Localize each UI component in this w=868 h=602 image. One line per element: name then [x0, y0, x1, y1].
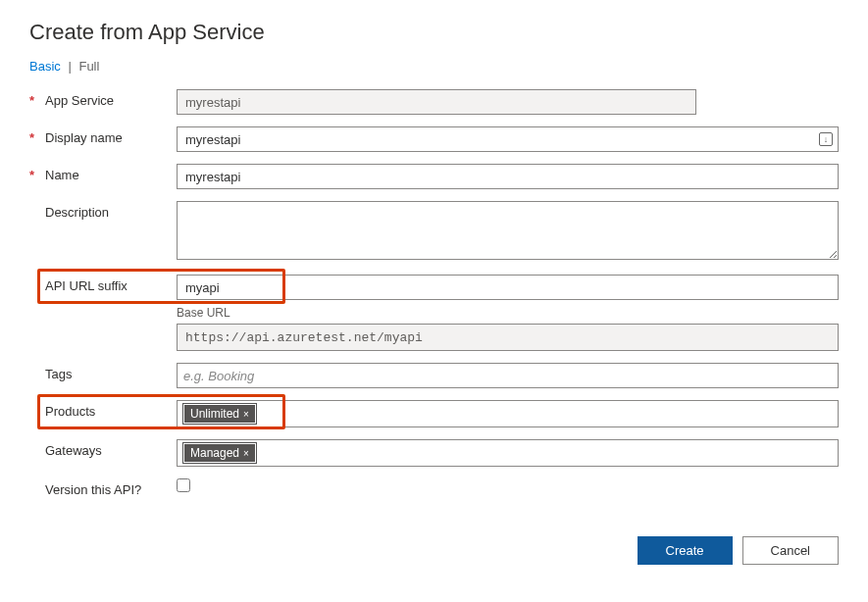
products-input[interactable] — [260, 407, 832, 422]
required-marker: * — [29, 130, 37, 145]
label-gateways: Gateways — [45, 443, 102, 458]
app-service-input[interactable] — [177, 89, 696, 115]
products-input-wrap[interactable]: Unlimited × — [177, 400, 839, 427]
tab-basic[interactable]: Basic — [29, 59, 61, 74]
tab-separator: | — [68, 59, 71, 74]
description-textarea[interactable] — [177, 201, 839, 260]
label-products: Products — [45, 404, 95, 419]
tags-input-wrap[interactable] — [177, 363, 839, 388]
row-name: * Name — [29, 164, 839, 189]
row-api-url-suffix: API URL suffix Base URL — [29, 275, 839, 351]
row-version-api: Version this API? — [29, 478, 839, 497]
api-url-suffix-input[interactable] — [177, 275, 839, 300]
label-tags: Tags — [45, 367, 72, 381]
required-marker: * — [29, 168, 37, 182]
close-icon[interactable]: × — [243, 409, 249, 420]
close-icon[interactable]: × — [243, 448, 249, 459]
label-name: Name — [45, 168, 79, 182]
label-base-url: Base URL — [177, 306, 839, 320]
base-url-input — [177, 324, 839, 351]
create-button[interactable]: Create — [638, 536, 733, 565]
display-name-input[interactable] — [177, 126, 839, 152]
tags-input[interactable] — [183, 369, 832, 383]
name-input[interactable] — [177, 164, 839, 189]
row-app-service: * App Service — [29, 89, 839, 115]
row-products: Products Unlimited × — [29, 400, 839, 427]
gateways-input[interactable] — [260, 446, 832, 461]
autofill-icon[interactable]: ↓ — [819, 132, 833, 146]
label-display-name: Display name — [45, 130, 123, 145]
button-bar: Create Cancel — [29, 536, 839, 565]
page-title: Create from App Service — [29, 20, 839, 45]
tab-bar: Basic | Full — [29, 59, 839, 74]
product-chip-label: Unlimited — [190, 407, 239, 421]
product-chip[interactable]: Unlimited × — [183, 404, 256, 424]
label-description: Description — [45, 205, 109, 220]
gateway-chip[interactable]: Managed × — [183, 443, 256, 463]
cancel-button[interactable]: Cancel — [742, 536, 839, 565]
gateway-chip-label: Managed — [190, 446, 239, 460]
row-display-name: * Display name ↓ — [29, 126, 839, 152]
label-app-service: App Service — [45, 93, 114, 108]
gateways-input-wrap[interactable]: Managed × — [177, 439, 839, 467]
row-gateways: Gateways Managed × — [29, 439, 839, 467]
label-api-url-suffix: API URL suffix — [45, 278, 128, 293]
label-version-api: Version this API? — [45, 482, 141, 497]
tab-full[interactable]: Full — [78, 59, 99, 74]
version-api-checkbox[interactable] — [177, 478, 190, 492]
required-marker: * — [29, 93, 37, 108]
row-description: Description — [29, 201, 839, 263]
row-tags: Tags — [29, 363, 839, 388]
